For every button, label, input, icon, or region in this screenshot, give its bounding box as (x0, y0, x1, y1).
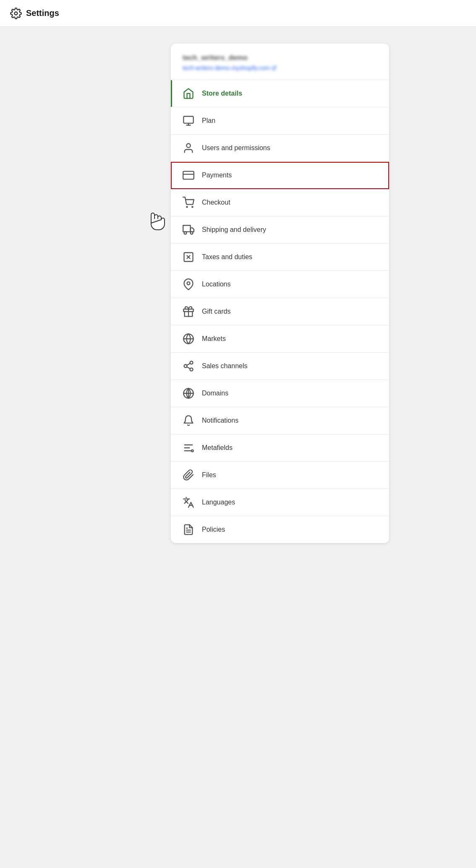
sidebar-item-languages[interactable]: Languages (171, 489, 389, 516)
svg-point-18 (187, 282, 190, 285)
bell-icon (183, 415, 194, 426)
sidebar-item-locations[interactable]: Locations (171, 271, 389, 298)
taxes-icon (183, 251, 194, 263)
globe-icon (183, 333, 194, 345)
external-link-icon (272, 65, 277, 70)
svg-point-34 (191, 450, 194, 452)
sidebar-item-label: Plan (202, 117, 215, 125)
sidebar-item-store-details[interactable]: Store details (171, 80, 389, 107)
svg-line-26 (187, 367, 190, 369)
settings-icon (10, 8, 22, 19)
svg-marker-11 (191, 228, 194, 231)
sidebar-item-label: Payments (202, 172, 232, 179)
store-url[interactable]: tech-writers-demo.myshopify.com (183, 65, 377, 71)
sidebar-item-label: Locations (202, 281, 231, 288)
sidebar-item-markets[interactable]: Markets (171, 325, 389, 353)
sidebar-item-label: Files (202, 471, 216, 479)
sidebar-item-payments[interactable]: Payments (171, 162, 389, 189)
domains-icon (183, 387, 194, 399)
svg-line-27 (187, 364, 190, 366)
user-icon (183, 142, 194, 154)
sidebar-item-label: Users and permissions (202, 144, 270, 152)
settings-panel: tech_writers_demo tech-writers-demo.mysh… (171, 44, 389, 543)
location-icon (183, 278, 194, 290)
svg-point-9 (192, 206, 193, 207)
svg-point-8 (186, 206, 187, 207)
plan-icon (183, 115, 194, 127)
sidebar-item-label: Store details (202, 90, 242, 97)
sidebar-item-label: Gift cards (202, 308, 230, 315)
payments-icon (183, 169, 194, 181)
sidebar-item-checkout[interactable]: Checkout (171, 189, 389, 216)
sidebar-item-taxes[interactable]: Taxes and duties (171, 244, 389, 271)
sidebar-item-files[interactable]: Files (171, 462, 389, 489)
policies-icon (183, 524, 194, 535)
sidebar-item-users-permissions[interactable]: Users and permissions (171, 135, 389, 162)
svg-rect-10 (183, 226, 191, 232)
sidebar-item-label: Checkout (202, 199, 230, 206)
sidebar-item-domains[interactable]: Domains (171, 380, 389, 407)
svg-point-5 (186, 144, 190, 148)
nav-list: Store details Plan (171, 80, 389, 543)
sidebar-item-label: Taxes and duties (202, 253, 252, 261)
sidebar-item-sales-channels[interactable]: Sales channels (171, 353, 389, 380)
page-title: Settings (26, 8, 59, 18)
sidebar-item-label: Shipping and delivery (202, 226, 266, 234)
sidebar-item-label: Languages (202, 499, 235, 506)
sidebar-item-metafields[interactable]: Metafields (171, 434, 389, 462)
svg-rect-6 (183, 172, 194, 179)
svg-point-12 (184, 232, 187, 234)
metafields-icon (183, 442, 194, 454)
store-name: tech_writers_demo (183, 54, 377, 62)
svg-point-0 (15, 12, 18, 15)
channels-icon (183, 360, 194, 372)
sidebar-item-label: Domains (202, 390, 228, 397)
app-header: Settings (0, 0, 476, 27)
paperclip-icon (183, 469, 194, 481)
svg-rect-2 (183, 117, 193, 123)
store-info: tech_writers_demo tech-writers-demo.mysh… (171, 44, 389, 80)
sidebar-item-policies[interactable]: Policies (171, 516, 389, 543)
truck-icon (183, 224, 194, 236)
svg-point-13 (191, 232, 193, 234)
sidebar-item-label: Policies (202, 526, 225, 533)
sidebar-item-label: Markets (202, 335, 226, 343)
languages-icon (183, 496, 194, 508)
sidebar-item-label: Metafields (202, 444, 233, 452)
store-icon (183, 88, 194, 99)
checkout-icon (183, 197, 194, 208)
main-content: tech_writers_demo tech-writers-demo.mysh… (0, 27, 476, 560)
svg-line-1 (274, 66, 276, 69)
sidebar-item-gift-cards[interactable]: Gift cards (171, 298, 389, 325)
gift-icon (183, 306, 194, 317)
sidebar-item-plan[interactable]: Plan (171, 107, 389, 135)
sidebar-item-label: Sales channels (202, 362, 248, 370)
sidebar-item-notifications[interactable]: Notifications (171, 407, 389, 434)
sidebar-item-shipping[interactable]: Shipping and delivery (171, 216, 389, 244)
sidebar-item-label: Notifications (202, 417, 238, 424)
